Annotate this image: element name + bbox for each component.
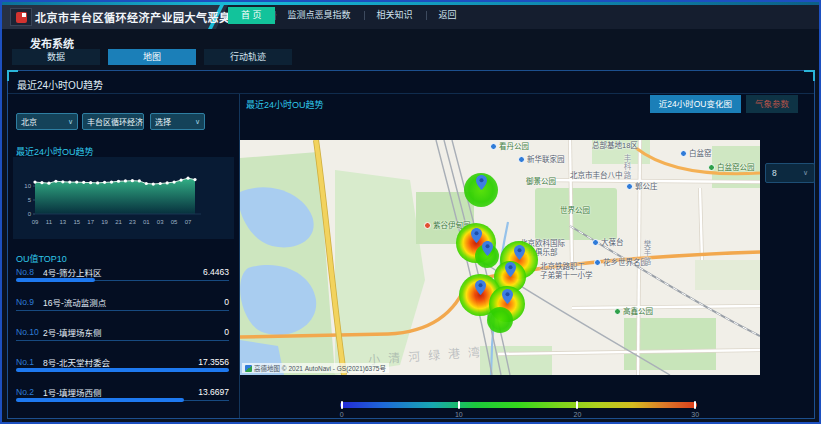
site-name: 2号-填埋场东侧 <box>43 326 224 338</box>
map-label-text: 新华联家园 <box>527 155 565 164</box>
green-poi-icon <box>708 164 715 171</box>
rank-label: No.8 <box>16 267 43 277</box>
svg-text:13: 13 <box>59 219 66 225</box>
ou-color-scale <box>340 402 697 408</box>
site-select-value: 选择 <box>155 116 171 127</box>
map-label-13: 花乡世界名园 <box>594 258 648 267</box>
chevron-down-icon: ∨ <box>68 118 73 126</box>
city-select-value: 北京 <box>21 116 37 127</box>
top-list-row-text: No.916号-流动监测点0 <box>16 294 229 308</box>
scale-tick-label: 30 <box>691 411 699 418</box>
map-pin-icon-3[interactable] <box>514 245 525 260</box>
map-pin-icon-2[interactable] <box>482 241 493 256</box>
top-list-row-1[interactable]: No.916号-流动监测点0 <box>16 294 229 324</box>
map-label-15: 丰科路 <box>622 154 631 180</box>
svg-text:19: 19 <box>101 219 108 225</box>
nav-item-0[interactable]: 首 页 <box>228 7 275 24</box>
logo-icon <box>16 12 27 23</box>
site-name: 4号-筛分上料区 <box>43 266 203 278</box>
city-select[interactable]: 北京 ∨ <box>16 113 78 130</box>
blue-poi-icon <box>518 156 525 163</box>
ou-value: 0 <box>224 327 229 337</box>
scale-tick-mark-0 <box>341 401 343 409</box>
map-label-1: 新华联家园 <box>518 155 565 164</box>
ou-value: 17.3556 <box>198 357 229 367</box>
site-select[interactable]: 选择 ∨ <box>150 113 205 130</box>
map-pin-icon-4[interactable] <box>505 262 516 277</box>
map-label-14: 高鑫公园 <box>614 307 653 316</box>
ou-change-map-button[interactable]: 近24小时OU变化图 <box>650 95 741 113</box>
rank-label: No.1 <box>16 357 43 367</box>
blue-poi-icon <box>626 183 633 190</box>
blue-poi-icon <box>680 150 687 157</box>
svg-text:15: 15 <box>73 219 80 225</box>
scale-tick-mark-2 <box>576 401 578 409</box>
map-label-text: 御景公园 <box>526 177 556 186</box>
map-pin-icon-5[interactable] <box>475 280 486 295</box>
heatmap-map[interactable]: 小清河绿港湾 看丹公园新华联家园总部基地18区北京市丰台八中郭公庄白盆窑白盆窑公… <box>240 140 760 375</box>
weather-params-button[interactable]: 气象参数 <box>746 95 798 113</box>
map-label-text: 白盆窑公园 <box>717 163 755 172</box>
map-section-title: 最近24小时OU趋势 <box>246 98 324 111</box>
svg-text:11: 11 <box>46 219 53 225</box>
ou-value-bar <box>16 368 229 372</box>
blue-poi-icon <box>592 239 599 246</box>
main-nav: 首 页监测点恶臭指数相关知识返回 <box>228 7 470 24</box>
map-label-8: 世界公园 <box>560 206 590 215</box>
top-list-row-text: No.21号-填埋场西侧13.6697 <box>16 384 229 398</box>
ou-color-scale-labels: 0102030 <box>340 411 697 421</box>
left-column: 北京 ∨ 丰台区循环经济产 ∨ 选择 ∨ 最近24小时OU趋势 05100911… <box>8 94 240 418</box>
row-divider <box>16 310 229 311</box>
map-pin-icon-1[interactable] <box>471 228 482 243</box>
map-label-4: 郭公庄 <box>626 182 658 191</box>
top-list-row-2[interactable]: No.102号-填埋场东侧0 <box>16 324 229 354</box>
chevron-down-icon: ∨ <box>195 118 200 126</box>
rank-label: No.9 <box>16 297 43 307</box>
hour-select[interactable]: 8 ∨ <box>765 163 815 183</box>
top-list-row-3[interactable]: No.18号-北天堂村委会17.3556 <box>16 354 229 384</box>
site-name: 8号-北天堂村委会 <box>43 356 198 368</box>
map-label-text: 北京铁路职工 子弟第十一小学 <box>540 262 593 280</box>
top-list-row-text: No.84号-筛分上料区6.4463 <box>16 264 229 278</box>
nav-item-1[interactable]: 监测点恶臭指数 <box>275 7 364 24</box>
main-panel: 最近24小时OU趋势 北京 ∨ 丰台区循环经济产 ∨ 选择 ∨ 最近24小时OU… <box>7 70 815 419</box>
map-label-12: 北京铁路职工 子弟第十一小学 <box>540 262 593 280</box>
nav-item-3[interactable]: 返回 <box>426 7 470 24</box>
svg-text:23: 23 <box>129 219 136 225</box>
svg-text:5: 5 <box>28 197 32 203</box>
scale-tick-label: 0 <box>340 411 344 418</box>
site-name: 16号-流动监测点 <box>43 296 224 308</box>
chevron-down-icon: ∨ <box>803 169 808 177</box>
svg-text:05: 05 <box>171 219 178 225</box>
scale-tick-mark-1 <box>458 401 460 409</box>
publish-tab-1[interactable]: 地图 <box>108 49 196 65</box>
scale-tick-label: 10 <box>455 411 463 418</box>
top-list-row-text: No.102号-填埋场东侧0 <box>16 324 229 338</box>
map-label-5: 白盆窑 <box>680 149 712 158</box>
svg-text:0: 0 <box>28 211 32 217</box>
map-label-text: 郭公庄 <box>635 182 658 191</box>
autonavi-logo-icon <box>245 365 252 372</box>
map-pin-icon-6[interactable] <box>502 289 513 304</box>
park-select-value: 丰台区循环经济产 <box>87 116 144 127</box>
publish-tab-0[interactable]: 数据 <box>12 49 100 65</box>
top-list-row-4[interactable]: No.21号-填埋场西侧13.6697 <box>16 384 229 414</box>
row-divider <box>16 340 229 341</box>
map-label-16: 樊羊路 <box>642 240 651 266</box>
nav-item-2[interactable]: 相关知识 <box>364 7 426 24</box>
hour-select-value: 8 <box>772 168 777 178</box>
map-label-0: 看丹公园 <box>490 142 529 151</box>
park-select[interactable]: 丰台区循环经济产 ∨ <box>82 113 144 130</box>
svg-text:17: 17 <box>87 219 94 225</box>
publish-tab-2[interactable]: 行动轨迹 <box>204 49 292 65</box>
svg-text:09: 09 <box>32 219 39 225</box>
map-pin-icon-0[interactable] <box>476 175 487 190</box>
ou-value-bar <box>16 278 95 282</box>
svg-text:07: 07 <box>185 219 192 225</box>
top-list-row-text: No.18号-北天堂村委会17.3556 <box>16 354 229 368</box>
ou-value: 0 <box>224 297 229 307</box>
map-label-text: 白盆窑 <box>689 149 712 158</box>
map-label-text: 总部基地18区 <box>592 141 638 150</box>
top-list-row-0[interactable]: No.84号-筛分上料区6.4463 <box>16 264 229 294</box>
ou-value: 13.6697 <box>198 387 229 397</box>
